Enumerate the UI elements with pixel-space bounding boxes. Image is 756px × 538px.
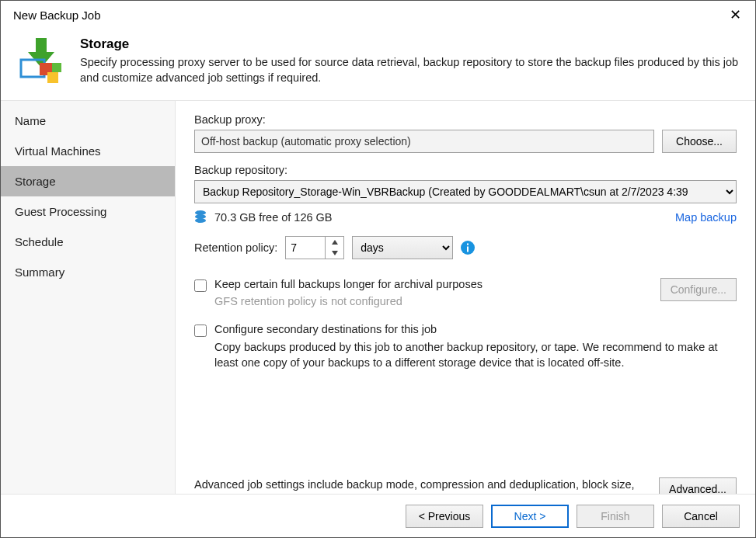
keep-full-backups-checkbox[interactable] [194,279,207,292]
page-description: Specify processing proxy server to be us… [80,55,740,85]
retention-label: Retention policy: [194,241,277,254]
cancel-button[interactable]: Cancel [662,505,740,528]
backup-proxy-field[interactable]: Off-host backup (automatic proxy selecti… [194,130,654,153]
next-button[interactable]: Next > [491,505,569,528]
spin-up-icon[interactable] [326,237,343,248]
finish-button: Finish [577,505,654,528]
sidebar-item-summary[interactable]: Summary [1,257,175,287]
backup-proxy-label: Backup proxy: [194,113,737,126]
close-icon[interactable]: ✕ [724,6,746,23]
svg-rect-3 [47,72,58,83]
window-title: New Backup Job [13,9,101,22]
previous-button[interactable]: < Previous [406,505,483,528]
backup-repository-select[interactable]: Backup Repository_Storage-Win_VBRBackup … [194,180,737,203]
info-icon[interactable] [461,241,475,255]
sidebar-item-schedule[interactable]: Schedule [1,227,175,257]
configure-gfs-button: Configure... [660,278,737,301]
keep-full-backups-label: Keep certain full backups longer for arc… [214,278,651,290]
retention-value-field[interactable] [286,237,325,259]
secondary-destinations-label: Configure secondary destinations for thi… [214,323,737,335]
free-space-text: 70.3 GB free of 126 GB [214,211,333,224]
header: Storage Specify processing proxy server … [1,29,755,101]
wizard-sidebar: Name Virtual Machines Storage Guest Proc… [1,101,176,519]
gfs-note: GFS retention policy is not configured [214,295,651,307]
choose-proxy-button[interactable]: Choose... [662,130,737,153]
svg-rect-8 [467,247,469,252]
svg-point-6 [195,218,206,223]
storage-download-icon [16,36,66,86]
sidebar-item-storage[interactable]: Storage [1,166,175,196]
spin-down-icon[interactable] [326,248,343,259]
secondary-destinations-desc: Copy backups produced by this job to ano… [214,340,737,370]
sidebar-item-virtual-machines[interactable]: Virtual Machines [1,136,175,166]
secondary-destinations-checkbox[interactable] [194,325,207,337]
svg-rect-9 [467,244,469,245]
disk-stack-icon [194,210,207,225]
page-title: Storage [80,36,740,52]
sidebar-item-name[interactable]: Name [1,106,175,136]
map-backup-link[interactable]: Map backup [675,211,737,224]
backup-repository-label: Backup repository: [194,164,737,176]
wizard-footer: < Previous Next > Finish Cancel [1,494,755,537]
svg-rect-2 [52,63,61,72]
titlebar: New Backup Job ✕ [1,1,755,29]
sidebar-item-guest-processing[interactable]: Guest Processing [1,196,175,227]
content-pane: Backup proxy: Off-host backup (automatic… [176,101,755,519]
retention-value-input[interactable] [285,236,344,259]
retention-unit-select[interactable]: days [352,236,453,259]
